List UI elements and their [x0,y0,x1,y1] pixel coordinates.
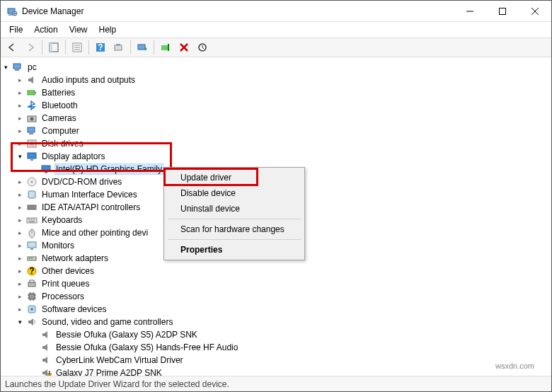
titlebar: Device Manager [1,1,551,22]
tree-node-label: Cameras [40,113,78,123]
svg-rect-15 [15,69,19,71]
chevron-right-icon[interactable]: ▸ [15,102,25,109]
svg-point-37 [29,258,30,259]
back-button[interactable] [4,39,21,56]
tree-node[interactable]: !Galaxy J7 Prime A2DP SNK [1,367,551,376]
keyboard-icon [26,214,38,226]
tree-node[interactable]: CyberLink WebCam Virtual Driver [1,354,551,367]
context-menu-item[interactable]: Properties [166,242,302,258]
cpu-icon [26,291,38,302]
tree-node-label: Sound, video and game controllers [40,317,174,327]
tree-node[interactable]: ▸Computer [1,125,551,137]
maximize-button[interactable] [486,1,519,22]
tree-node[interactable]: Bessie Ofuka (Galaxy S5) Hands-Free HF A… [1,341,551,354]
display-icon [26,151,38,162]
tree-node[interactable]: ▸Print queues [1,277,551,290]
tree-node[interactable]: ▸Audio inputs and outputs [1,74,551,86]
tree-node[interactable]: ▸?Other devices [1,265,551,277]
update-driver-button[interactable] [134,39,151,56]
chevron-down-icon[interactable]: ▾ [15,153,25,160]
disk-icon [26,138,38,149]
svg-rect-24 [28,153,36,158]
chevron-down-icon[interactable]: ▾ [1,64,11,71]
tree-node-label: Batteries [40,88,76,98]
uninstall-button[interactable] [176,39,192,56]
chevron-right-icon[interactable]: ▸ [15,255,25,262]
chevron-right-icon[interactable]: ▸ [15,127,25,134]
svg-rect-20 [28,127,35,132]
speaker-warn-icon: ! [40,367,52,376]
help-button[interactable]: ? [92,39,109,56]
speaker-icon [40,329,52,340]
menu-action[interactable]: Action [28,23,63,36]
chevron-right-icon[interactable]: ▸ [15,89,25,96]
speaker-icon [26,74,38,86]
chevron-right-icon[interactable]: ▸ [15,242,25,249]
tree-node[interactable]: ▾Sound, video and game controllers [1,316,551,328]
context-menu-item[interactable]: Scan for hardware changes [166,221,302,237]
tree-node-label: Mice and other pointing devi [40,228,149,238]
tree-node[interactable]: ▸Batteries [1,86,551,99]
ide-icon [26,202,38,213]
context-menu-item[interactable]: Disable device [166,185,302,201]
svg-point-45 [30,308,33,311]
chevron-right-icon[interactable]: ▸ [15,280,25,287]
menu-view[interactable]: View [64,23,93,36]
svg-rect-35 [30,248,33,250]
svg-rect-14 [13,64,21,69]
context-menu-item[interactable]: Uninstall device [166,201,302,217]
svg-point-19 [30,117,34,121]
pc-icon [12,62,23,73]
monitor-icon [26,240,38,251]
forward-button[interactable] [22,39,39,56]
other-icon: ? [26,265,38,277]
chevron-right-icon[interactable]: ▸ [15,178,25,185]
properties-button[interactable] [69,39,86,56]
scan-hardware-button[interactable] [194,39,211,56]
hid-icon [26,189,38,200]
menu-help[interactable]: Help [93,23,122,36]
menu-file[interactable]: File [4,23,28,36]
tree-node[interactable]: Bessie Ofuka (Galaxy S5) A2DP SNK [1,328,551,341]
chevron-right-icon[interactable]: ▸ [15,293,25,300]
tree-node[interactable]: ▸Disk drives [1,137,551,150]
chevron-right-icon[interactable]: ▸ [15,267,25,275]
chevron-right-icon[interactable]: ▸ [15,306,25,313]
statusbar: Launches the Update Driver Wizard for th… [1,376,551,391]
tree-node[interactable]: ▸Processors [1,290,551,303]
context-menu-item[interactable]: Update driver [166,170,302,185]
tree-node-label: Bessie Ofuka (Galaxy S5) Hands-Free HF A… [54,342,239,352]
tree-node[interactable]: ▸Cameras [1,112,551,125]
chevron-right-icon[interactable]: ▸ [15,76,25,83]
svg-rect-3 [500,8,506,14]
close-button[interactable] [519,1,551,22]
tree-root[interactable]: ▾pc [1,61,551,74]
camera-icon [26,113,38,124]
network-icon [26,253,38,264]
svg-rect-34 [28,242,36,248]
svg-rect-17 [35,92,36,93]
chevron-right-icon[interactable]: ▸ [15,204,25,211]
tree-node[interactable]: ▾Display adaptors [1,150,551,163]
tree-node-label: IDE ATA/ATAPI controllers [40,202,142,212]
enable-button[interactable] [157,39,174,56]
tree-node-label: Software devices [40,304,108,314]
svg-point-38 [31,258,33,259]
tree-node[interactable]: ▸Bluetooth [1,99,551,112]
tree-node[interactable]: ▸Software devices [1,303,551,316]
show-hide-tree-button[interactable] [45,39,62,56]
minimize-button[interactable] [454,1,486,22]
chevron-right-icon[interactable]: ▸ [15,115,25,122]
chevron-right-icon[interactable]: ▸ [15,229,25,236]
tree-node-label: Bessie Ofuka (Galaxy S5) A2DP SNK [54,330,199,340]
tree-node-label: Print queues [40,279,91,289]
scan-button[interactable] [110,39,127,56]
tree-root-label: pc [26,62,38,72]
context-menu: Update driverDisable deviceUninstall dev… [163,167,305,260]
chevron-right-icon[interactable]: ▸ [15,191,25,198]
svg-text:?: ? [98,42,103,52]
svg-rect-10 [116,44,120,45]
chevron-down-icon[interactable]: ▾ [15,318,25,325]
chevron-right-icon[interactable]: ▸ [15,217,25,224]
chevron-right-icon[interactable]: ▸ [15,140,25,147]
